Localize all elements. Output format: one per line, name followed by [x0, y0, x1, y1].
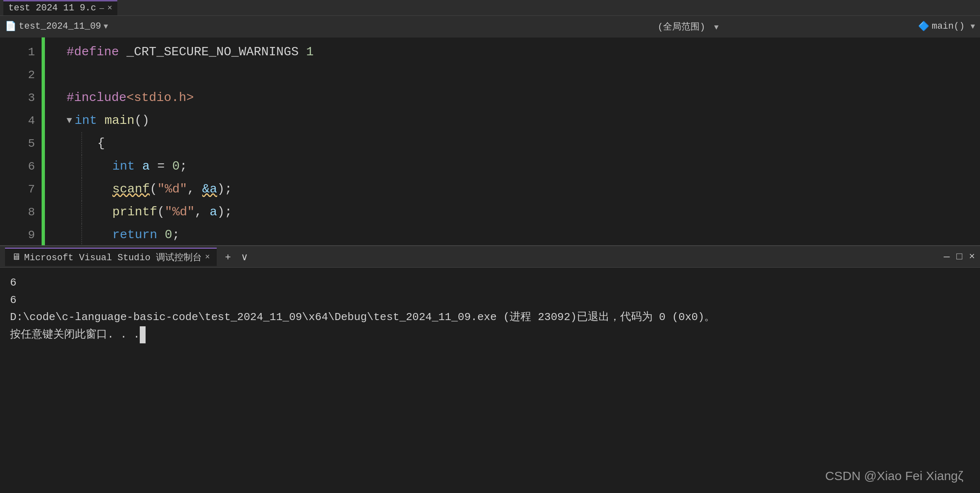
line-num-5: 5 — [0, 132, 42, 155]
token-comma-7: , — [187, 178, 202, 201]
token-assign: = — [150, 155, 172, 178]
token-var-a: a — [142, 155, 150, 178]
token-scanf: scanf — [112, 178, 150, 201]
token-int-4: int — [74, 109, 97, 132]
token-indent-8 — [82, 201, 112, 224]
terminal-output: 6 6 D:\code\c-language-basic-code\test_2… — [0, 268, 980, 493]
line-num-2: 2 — [0, 64, 42, 86]
line-num-1: 1 — [0, 41, 42, 64]
token-int-6: int — [112, 155, 135, 178]
terminal-add-button[interactable]: + — [222, 249, 234, 264]
terminal-dropdown-button[interactable]: ∨ — [238, 249, 252, 264]
token-space-9 — [157, 224, 165, 245]
token-fmt-8: "%d" — [165, 201, 195, 224]
line-num-7: 7 — [0, 178, 42, 201]
token-indent-6 — [82, 155, 112, 178]
token-zero-9: 0 — [165, 224, 172, 245]
terminal-tab-bar: 🖥 Microsoft Visual Studio 调试控制台 × + ∨ — … — [0, 246, 980, 268]
token-zero: 0 — [172, 155, 180, 178]
terminal-tab-label: Microsoft Visual Studio 调试控制台 — [24, 251, 202, 264]
token-semi-9: ; — [172, 224, 180, 245]
code-line-3: #include<stdio.h> — [67, 86, 980, 109]
code-content[interactable]: #define _CRT_SECURE_NO_WARNINGS 1 #inclu… — [42, 37, 980, 245]
token-space-6 — [135, 155, 142, 178]
terminal-window-controls: — □ × — [944, 251, 975, 262]
token-indent-9 — [82, 224, 112, 245]
terminal-tab-debug[interactable]: 🖥 Microsoft Visual Studio 调试控制台 × — [5, 248, 217, 266]
token-macro-value: 1 — [306, 41, 314, 64]
toolbar-scope: (全局范围) ▼ — [461, 20, 914, 33]
token-semi-6: ; — [180, 155, 187, 178]
token-include-header: <stdio.h> — [126, 86, 194, 109]
title-close-icon[interactable]: × — [107, 3, 112, 13]
token-close-8: ); — [217, 201, 232, 224]
token-macro-name: _CRT_SECURE_NO_WARNINGS — [119, 41, 306, 64]
editor-toolbar: 📄 test_2024_11_09 ▼ (全局范围) ▼ 🔷 main() ▼ — [0, 16, 980, 37]
token-close-7: ); — [217, 178, 232, 201]
title-bar: test 2024 11 9.c — × — [0, 0, 980, 16]
line-num-3: 3 — [0, 86, 42, 109]
line-num-8: 8 — [0, 201, 42, 224]
toolbar-func: 🔷 main() ▼ — [918, 21, 975, 32]
code-line-9: return 0 ; — [67, 224, 980, 245]
code-line-4: ▼ int main () — [67, 109, 980, 132]
code-line-2 — [67, 64, 980, 86]
code-line-5: { — [67, 132, 980, 155]
code-line-7: scanf ( "%d" , &a ); — [67, 178, 980, 201]
code-line-1: #define _CRT_SECURE_NO_WARNINGS 1 — [67, 41, 980, 64]
token-include: #include — [67, 86, 126, 109]
token-space-4 — [97, 109, 104, 132]
title-tab[interactable]: test 2024 11 9.c — × — [3, 0, 117, 15]
scope-label: (全局范围) — [658, 22, 705, 32]
line-num-6: 6 — [0, 155, 42, 178]
code-line-6: int a = 0 ; — [67, 155, 980, 178]
token-paren-open-7: ( — [150, 178, 157, 201]
func-icon: 🔷 — [918, 21, 929, 32]
func-arrow[interactable]: ▼ — [970, 22, 975, 31]
file-icon: 📄 — [5, 21, 16, 32]
terminal-container: 🖥 Microsoft Visual Studio 调试控制台 × + ∨ — … — [0, 246, 980, 493]
func-label: main() — [932, 21, 965, 32]
terminal-tab-icon: 🖥 — [12, 251, 21, 263]
line-num-4: 4 — [0, 109, 42, 132]
line-num-9: 9 — [0, 224, 42, 245]
terminal-tab-actions: + ∨ — [222, 249, 252, 264]
watermark: CSDN @Xiao Fei Xiangζ — [825, 469, 963, 483]
toolbar-file-section: 📄 test_2024_11_09 ▼ — [5, 21, 458, 32]
output-line-4: 按任意键关闭此窗口. . . — [10, 326, 970, 344]
output-line-2: 6 — [10, 292, 970, 309]
terminal-tab-close-icon[interactable]: × — [205, 252, 210, 262]
token-comma-8: , — [195, 201, 210, 224]
output-line-1: 6 — [10, 274, 970, 292]
terminal-maximize-button[interactable]: □ — [956, 251, 962, 262]
token-var-a-8: a — [210, 201, 217, 224]
token-amp-a: &a — [202, 178, 217, 201]
token-main: main — [104, 109, 134, 132]
scope-arrow[interactable]: ▼ — [714, 23, 719, 32]
token-return: return — [112, 224, 157, 245]
fold-arrow-4[interactable]: ▼ — [67, 109, 72, 132]
token-brace-open: { — [82, 132, 105, 155]
code-editor: 1 2 3 4 5 6 7 8 9 10 #define _CRT_SECURE… — [0, 37, 980, 245]
token-fmt-7: "%d" — [157, 178, 187, 201]
title-tab-label: test 2024 11 9.c — [8, 3, 96, 13]
file-name-label: test_2024_11_09 — [19, 21, 101, 32]
token-indent-7 — [82, 178, 112, 201]
line-numbers: 1 2 3 4 5 6 7 8 9 10 — [0, 37, 42, 245]
terminal-minimize-button[interactable]: — — [944, 251, 950, 262]
token-printf: printf — [112, 201, 157, 224]
token-define: #define — [67, 41, 119, 64]
output-line-3: D:\code\c-language-basic-code\test_2024_… — [10, 309, 970, 326]
terminal-close-button[interactable]: × — [969, 251, 975, 262]
token-parens: () — [134, 109, 149, 132]
title-minimize-icon[interactable]: — — [99, 4, 104, 12]
token-paren-open-8: ( — [157, 201, 165, 224]
file-dropdown-arrow[interactable]: ▼ — [104, 22, 108, 31]
code-line-8: printf ( "%d" , a ); — [67, 201, 980, 224]
